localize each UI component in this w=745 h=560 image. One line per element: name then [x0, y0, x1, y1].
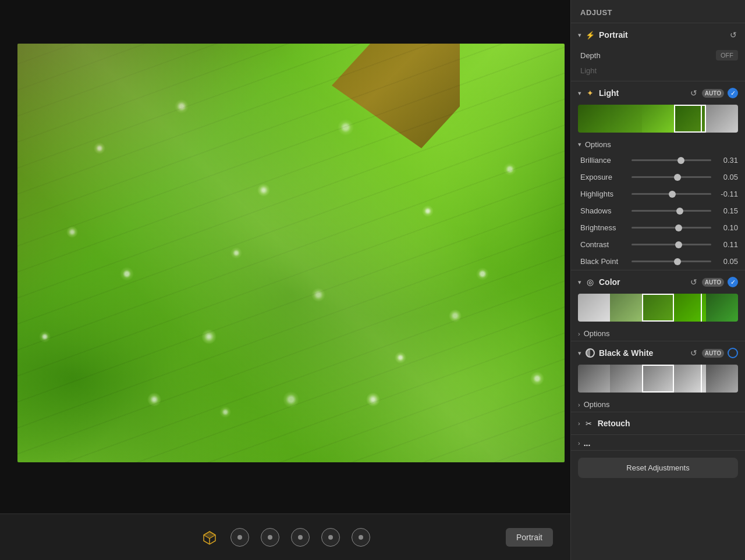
- bw-thumb-3[interactable]: [642, 365, 674, 393]
- toolbar-icon-3[interactable]: [291, 528, 310, 547]
- bw-auto-badge: AUTO: [702, 349, 724, 358]
- light-section: ▾ ✦ Light ↺ AUTO ✓ ▾ O: [571, 81, 745, 270]
- portrait-section: ▾ ⚡ Portrait ↺ Depth OFF Light: [571, 23, 745, 81]
- sun-icon: ✦: [585, 88, 595, 98]
- highlights-row: Highlights -0.11: [571, 186, 745, 202]
- toolbar-icons: [200, 528, 370, 547]
- color-icon: ◎: [585, 277, 595, 287]
- bw-actions: ↺ AUTO: [689, 347, 738, 359]
- cube-icon[interactable]: [200, 528, 219, 547]
- light-section-header[interactable]: ▾ ✦ Light ↺ AUTO ✓: [571, 81, 745, 105]
- exposure-label: Exposure: [580, 173, 627, 181]
- shadows-track[interactable]: [632, 210, 711, 212]
- portrait-button[interactable]: Portrait: [506, 528, 553, 547]
- toolbar-icon-1[interactable]: [230, 528, 249, 547]
- color-thumb-2[interactable]: [610, 294, 642, 322]
- portrait-light-label: Light: [571, 64, 745, 81]
- color-auto-badge: AUTO: [702, 278, 724, 287]
- bw-reset-button[interactable]: ↺: [689, 347, 698, 359]
- color-section-header[interactable]: ▾ ◎ Color ↺ AUTO ✓: [571, 270, 745, 294]
- highlights-value: -0.11: [716, 190, 738, 198]
- black-point-label: Black Point: [580, 257, 627, 266]
- portrait-section-header[interactable]: ▾ ⚡ Portrait ↺: [571, 23, 745, 47]
- portrait-chevron-icon: ▾: [578, 31, 581, 39]
- brilliance-track[interactable]: [632, 159, 711, 161]
- brilliance-value: 0.31: [716, 156, 738, 165]
- black-point-value: 0.05: [716, 257, 738, 266]
- color-title: Color: [599, 277, 686, 287]
- bw-thumb-2[interactable]: [610, 365, 642, 393]
- color-reset-button[interactable]: ↺: [689, 276, 698, 288]
- toolbar-icon-5[interactable]: [352, 528, 370, 547]
- toolbar-icon-4[interactable]: [321, 528, 340, 547]
- highlights-label: Highlights: [580, 190, 627, 198]
- depth-value: OFF: [716, 50, 738, 60]
- bw-section-header[interactable]: ▾ Black & White ↺ AUTO: [571, 341, 745, 365]
- black-point-track[interactable]: [632, 261, 711, 262]
- bw-options-label: Options: [584, 400, 610, 409]
- bw-thumb-cursor: [701, 365, 702, 393]
- exposure-track[interactable]: [632, 176, 711, 178]
- depth-row: Depth OFF: [571, 47, 745, 64]
- bw-thumb-5[interactable]: [706, 365, 738, 393]
- color-thumb-5[interactable]: [706, 294, 738, 322]
- portrait-title: Portrait: [599, 30, 725, 40]
- bw-options-row[interactable]: › Options: [571, 397, 745, 412]
- shadows-label: Shadows: [580, 206, 627, 215]
- leaf-image: [17, 44, 565, 462]
- svg-marker-1: [204, 532, 215, 538]
- light-reset-button[interactable]: ↺: [689, 87, 698, 99]
- light-actions: ↺ AUTO ✓: [689, 87, 738, 99]
- light-options-row[interactable]: ▾ Options: [571, 137, 745, 152]
- toolbar-icon-2[interactable]: [261, 528, 279, 547]
- color-thumb-1[interactable]: [578, 294, 610, 322]
- color-chevron-icon: ▾: [578, 279, 581, 286]
- retouch-header[interactable]: › ✂ Retouch: [571, 412, 745, 434]
- contrast-label: Contrast: [580, 240, 627, 249]
- panel-header: ADJUST: [571, 0, 745, 23]
- color-thumbnail-strip[interactable]: [578, 294, 738, 322]
- light-chevron-icon: ▾: [578, 90, 581, 97]
- bw-section: ▾ Black & White ↺ AUTO: [571, 341, 745, 412]
- contrast-row: Contrast 0.11: [571, 236, 745, 253]
- black-point-row: Black Point 0.05: [571, 253, 745, 270]
- color-actions: ↺ AUTO ✓: [689, 276, 738, 288]
- bw-chevron-icon: ▾: [578, 349, 581, 357]
- light-auto-badge: AUTO: [702, 89, 724, 98]
- extra-title-partial: ...: [584, 438, 591, 448]
- light-thumbnail-strip[interactable]: [578, 105, 738, 133]
- shadows-value: 0.15: [716, 206, 738, 215]
- highlights-track[interactable]: [632, 193, 711, 195]
- photo-container: [17, 44, 565, 462]
- light-thumb-2[interactable]: [610, 105, 642, 133]
- reset-adjustments-button[interactable]: Reset Adjustments: [578, 458, 738, 478]
- bw-options-chevron-icon: ›: [578, 401, 580, 408]
- light-check-badge[interactable]: ✓: [728, 88, 738, 98]
- light-title: Light: [599, 88, 686, 98]
- light-thumb-cursor: [701, 105, 702, 133]
- light-thumb-3[interactable]: [642, 105, 674, 133]
- bw-check-badge[interactable]: [728, 348, 738, 358]
- color-check-badge[interactable]: ✓: [728, 277, 738, 287]
- color-options-label: Options: [584, 329, 610, 338]
- brilliance-label: Brilliance: [580, 156, 627, 165]
- portrait-reset-button[interactable]: ↺: [729, 29, 738, 41]
- brilliance-row: Brilliance 0.31: [571, 152, 745, 169]
- contrast-value: 0.11: [716, 240, 738, 249]
- bw-title: Black & White: [599, 348, 686, 358]
- retouch-section: › ✂ Retouch: [571, 412, 745, 435]
- light-thumb-5[interactable]: [706, 105, 738, 133]
- bw-thumbnail-strip[interactable]: [578, 365, 738, 393]
- color-options-chevron-icon: ›: [578, 330, 580, 337]
- light-thumb-1[interactable]: [578, 105, 610, 133]
- bw-thumb-1[interactable]: [578, 365, 610, 393]
- bottom-toolbar: Portrait: [0, 513, 570, 560]
- color-thumb-3[interactable]: [642, 294, 674, 322]
- exposure-row: Exposure 0.05: [571, 169, 745, 186]
- contrast-track[interactable]: [632, 244, 711, 245]
- brightness-track[interactable]: [632, 227, 711, 229]
- color-options-row[interactable]: › Options: [571, 326, 745, 341]
- photo-area: Portrait: [0, 0, 570, 560]
- portrait-icon: ⚡: [585, 30, 595, 40]
- brightness-value: 0.10: [716, 223, 738, 232]
